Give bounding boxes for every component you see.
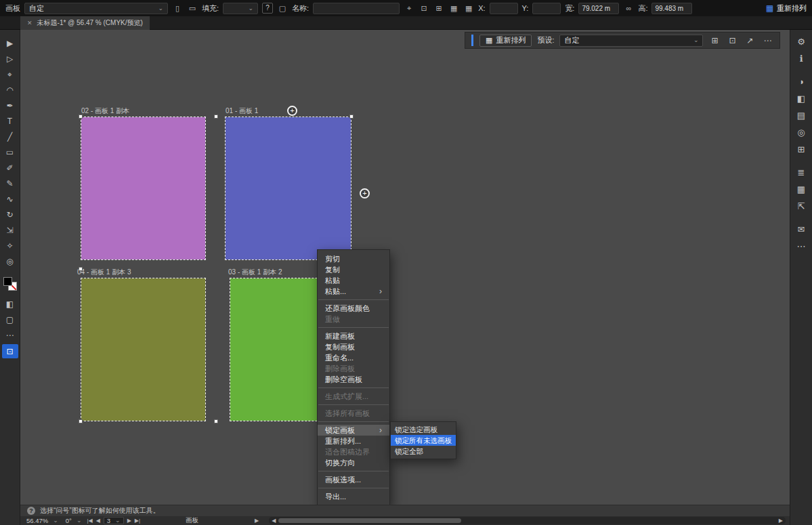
gradient-panel-icon[interactable]: ◧ bbox=[792, 90, 810, 107]
menu-item-cut[interactable]: 剪切 bbox=[318, 253, 389, 264]
fill-stroke-swatches[interactable] bbox=[3, 277, 17, 291]
artboard-tool[interactable]: ⊡ bbox=[2, 344, 18, 358]
rectangle-tool[interactable]: ▭ bbox=[2, 144, 18, 160]
menu-item-paste-special[interactable]: 粘贴... › bbox=[318, 286, 389, 297]
selection-handle[interactable] bbox=[214, 419, 218, 423]
document-icon[interactable]: ▢ bbox=[277, 4, 288, 13]
scroll-right-icon[interactable]: ▶ bbox=[779, 518, 783, 524]
line-tool[interactable]: ╱ bbox=[2, 129, 18, 144]
menu-item-rename[interactable]: 重命名... bbox=[318, 352, 389, 363]
menu-item-toggle-orientation[interactable]: 切换方向 bbox=[318, 457, 389, 468]
canvas[interactable]: ▦ 重新排列 预设: 自定 ⌄ ⊞ ⊡ ↗ ⋯ 02 - 画板 1 副本 01 … bbox=[20, 30, 790, 505]
menu-item-paste[interactable]: 粘贴 bbox=[318, 275, 389, 286]
menu-item-restore-artboard-color[interactable]: 还原画板颜色 bbox=[318, 303, 389, 314]
menu-item-copy[interactable]: 复制 bbox=[318, 264, 389, 275]
scale-tool[interactable]: ⇲ bbox=[2, 222, 18, 238]
zoom-tool[interactable]: ◎ bbox=[2, 253, 18, 269]
horizontal-scrollbar[interactable]: ◀ ▶ bbox=[269, 517, 786, 524]
rearrange-button[interactable]: ▦ 重新排列 bbox=[766, 3, 807, 14]
x-input[interactable] bbox=[490, 3, 518, 14]
close-icon[interactable]: ✕ bbox=[27, 20, 33, 26]
orientation-portrait-icon[interactable]: ▯ bbox=[172, 4, 183, 13]
menu-item-export[interactable]: 导出... bbox=[318, 491, 389, 502]
info-icon[interactable]: ℹ bbox=[792, 50, 810, 67]
preset-dropdown[interactable]: 自定 ⌄ bbox=[559, 35, 703, 47]
grid-view-icon[interactable]: ⊞ bbox=[708, 36, 721, 45]
comments-panel-icon[interactable]: ✉ bbox=[792, 221, 810, 238]
submenu-item-lock-all[interactable]: 锁定全部 bbox=[391, 446, 456, 457]
selection-handle[interactable] bbox=[214, 114, 218, 119]
screen-mode-button[interactable]: ▢ bbox=[2, 312, 18, 327]
y-input[interactable] bbox=[532, 3, 561, 14]
toolbar-more-button[interactable]: ⋯ bbox=[2, 327, 18, 343]
panel-more-icon[interactable]: ⋯ bbox=[792, 238, 810, 255]
selection-handle[interactable] bbox=[349, 114, 354, 119]
link-dimensions-icon[interactable]: ∞ bbox=[623, 4, 634, 12]
pencil-tool[interactable]: ✎ bbox=[2, 175, 18, 191]
reference-point-icon[interactable]: ⌖ bbox=[404, 4, 414, 13]
rotation-dropdown[interactable]: 0° ⌄ bbox=[64, 517, 84, 524]
menu-item-delete-empty-artboards[interactable]: 删除空画板 bbox=[318, 374, 389, 385]
menu-item-artboard-options[interactable]: 画板选项... bbox=[318, 474, 389, 485]
menu-item-new-artboard[interactable]: 新建画板 bbox=[318, 331, 389, 341]
rearrange-all-button[interactable]: ▦ 重新排列 bbox=[479, 35, 532, 47]
direct-selection-tool[interactable]: ▷ bbox=[2, 51, 18, 66]
document-tab[interactable]: ✕ 未标题-1* @ 56.47 % (CMYK/预览) bbox=[20, 16, 150, 30]
selection-handle[interactable] bbox=[79, 267, 83, 271]
fill-swatch[interactable] bbox=[3, 277, 12, 286]
artboard-label-02[interactable]: 02 - 画板 1 副本 bbox=[81, 106, 129, 116]
artboard-label-03[interactable]: 03 - 画板 1 副本 2 bbox=[228, 268, 282, 277]
paintbrush-tool[interactable]: ✐ bbox=[2, 160, 18, 175]
selection-handle[interactable] bbox=[79, 114, 83, 119]
lasso-tool[interactable]: ◠ bbox=[2, 82, 18, 98]
next-artboard-button[interactable]: ▶ bbox=[127, 518, 131, 524]
width-input[interactable] bbox=[578, 3, 619, 14]
artboard-preset-dropdown[interactable]: 自定 ⌄ bbox=[24, 3, 168, 14]
shaper-tool[interactable]: ∿ bbox=[2, 191, 18, 207]
transparency-panel-icon[interactable]: ◎ bbox=[792, 124, 810, 141]
artboard-label-01[interactable]: 01 - 画板 1 bbox=[226, 106, 258, 116]
duplicate-icon[interactable]: ⊡ bbox=[726, 36, 738, 45]
appearance-panel-icon[interactable]: ≣ bbox=[792, 164, 810, 181]
first-artboard-button[interactable]: |◀ bbox=[87, 518, 92, 524]
new-artboard-icon[interactable]: ⊞ bbox=[433, 4, 444, 13]
artboard-number-field[interactable]: 3 ⌄ bbox=[104, 517, 124, 524]
magic-wand-tool[interactable]: ⌖ bbox=[2, 66, 18, 82]
eyedropper-tool[interactable]: ✧ bbox=[2, 238, 18, 253]
pattern-panel-icon[interactable]: ⊞ bbox=[792, 141, 810, 158]
selection-tool[interactable]: ▶ bbox=[2, 35, 18, 51]
artboard-04[interactable] bbox=[81, 278, 205, 421]
fill-dropdown[interactable]: ⌄ bbox=[223, 3, 258, 14]
help-button[interactable]: ? bbox=[262, 3, 273, 14]
export-icon[interactable]: ↗ bbox=[744, 36, 756, 45]
submenu-item-lock-all-unselected[interactable]: 锁定所有未选画板 bbox=[391, 435, 456, 446]
name-input[interactable] bbox=[313, 3, 400, 14]
artboard-label-04[interactable]: 04 - 画板 1 副本 3 bbox=[77, 268, 131, 277]
prev-artboard-button[interactable]: ◀ bbox=[96, 518, 100, 524]
settings-icon[interactable]: ⚙ bbox=[792, 33, 810, 50]
grid-layout-alt-icon[interactable]: ▦ bbox=[463, 4, 474, 13]
export-panel-icon[interactable]: ⇱ bbox=[792, 198, 810, 215]
orientation-landscape-icon[interactable]: ▭ bbox=[187, 4, 198, 13]
submenu-item-lock-selected[interactable]: 锁定选定画板 bbox=[391, 424, 456, 435]
scrollbar-thumb[interactable] bbox=[278, 518, 461, 523]
scroll-left-icon[interactable]: ◀ bbox=[272, 518, 276, 524]
draw-mode-button[interactable]: ◧ bbox=[2, 296, 18, 312]
swatches-panel-icon[interactable]: ▤ bbox=[792, 107, 810, 124]
layers-panel-icon[interactable]: ▦ bbox=[792, 181, 810, 198]
menu-item-lock-artboards[interactable]: 锁定画板 › bbox=[318, 425, 389, 436]
artboard-02[interactable] bbox=[81, 117, 205, 259]
panel-expand-icon[interactable]: ▶ bbox=[255, 518, 259, 524]
artboard-01[interactable] bbox=[226, 117, 351, 259]
grid-layout-icon[interactable]: ▦ bbox=[448, 4, 459, 13]
type-tool[interactable]: T bbox=[2, 113, 18, 129]
pen-tool[interactable]: ✒ bbox=[2, 98, 18, 113]
more-options-icon[interactable]: ⋯ bbox=[761, 36, 773, 45]
last-artboard-button[interactable]: ▶| bbox=[135, 518, 140, 524]
color-panel-icon[interactable]: ◑ bbox=[792, 73, 810, 90]
selection-handle[interactable] bbox=[79, 419, 83, 423]
zoom-dropdown[interactable]: 56.47% ⌄ bbox=[24, 517, 60, 524]
duplicate-artboard-icon[interactable]: ⊡ bbox=[419, 4, 429, 13]
height-input[interactable] bbox=[651, 3, 692, 14]
rotate-tool[interactable]: ↻ bbox=[2, 207, 18, 222]
